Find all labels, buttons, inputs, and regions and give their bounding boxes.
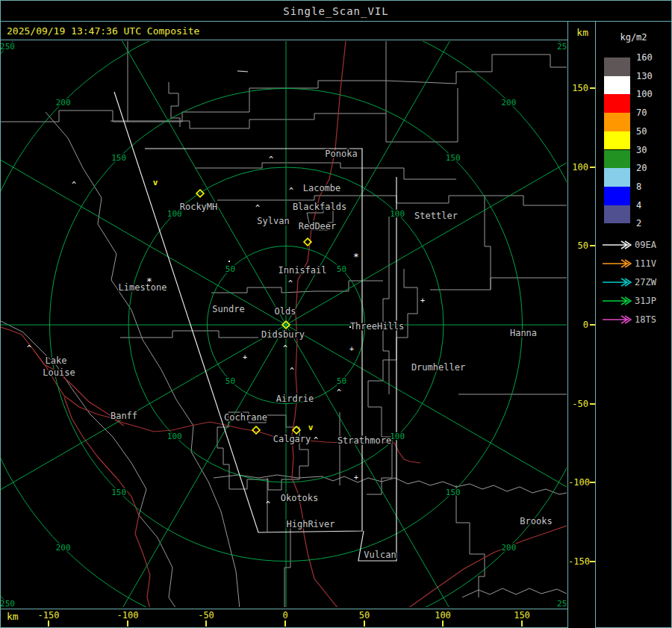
city-label: RedDeer [299,221,337,231]
color-scale-value: 70 [636,108,669,118]
city-label: Sylvan [257,216,289,226]
y-tick-mark [590,482,595,483]
color-scale-block [604,57,630,76]
radar-legend-row: 31JP [602,296,671,306]
color-scale-value: 100 [636,89,669,99]
y-tick-label: -50 [568,399,588,409]
x-tick-label: -100 [113,610,143,621]
map-panel: 2025/09/19 13:47:36 UTC Composite 505050… [0,21,568,628]
color-scale-block [604,113,630,131]
caret-marker-icon: ^ [72,181,76,189]
plus-marker-icon: + [354,473,358,482]
color-scale-value: 50 [636,126,669,137]
radar-id-label: 09EA [635,240,656,250]
y-axis: km 150100500-50-100-150 [568,21,595,628]
color-scale-block [604,187,630,205]
dot-marker-icon [228,261,230,262]
caret-marker-icon: ^ [290,367,294,375]
x-tick-label: 0 [270,610,300,621]
title-bar: Single_Scan_VIL [0,0,672,22]
caret-marker-icon: ^ [288,279,293,287]
color-scale-value: 2 [636,218,669,228]
city-label: Hanna [510,328,537,338]
x-tick-label: -150 [34,610,63,621]
plus-marker-icon: + [349,345,354,353]
radar-arrow-icon [602,259,632,268]
caret-marker-icon: ^ [27,344,31,352]
range-ring-label: 200 [501,543,516,553]
color-scale-block [604,94,630,113]
city-label: Lacombe [303,183,341,193]
x-tick-mark [284,621,286,627]
range-ring-label: 100 [390,209,405,219]
caret-marker-icon: ^ [255,204,260,212]
color-scale-value: 8 [636,181,669,192]
x-tick-mark [364,621,365,627]
x-axis: km -150-100-50050100150 [1,609,567,627]
range-ring-label: 100 [390,432,405,441]
city-label: Strathmore [337,435,391,446]
x-tick-label: -50 [191,610,221,621]
legend-panel: kg/m2 16013010070503020842 09EA111V27ZW3… [595,21,672,628]
map-canvas[interactable]: 5050505010010010010015015015015020020020… [1,41,567,607]
plus-marker-icon: + [420,296,425,305]
range-ring-label: 200 [56,98,71,108]
city-label: Calgary [273,434,311,444]
y-tick-mark [590,87,595,89]
range-ring-label: 250 [1,42,15,52]
color-scale-block [604,76,630,95]
range-ring-label: 150 [446,153,461,163]
range-ring-label: 100 [167,432,182,441]
x-axis-unit-label: km [7,611,19,622]
legend-unit-label: kg/m2 [596,32,671,43]
city-label: Innisfail [278,265,326,276]
y-tick-label: 0 [568,320,588,330]
radar-id-label: 111V [635,258,656,269]
x-tick-label: 50 [349,610,379,621]
color-scale-value: 160 [636,52,669,63]
radar-id-label: 31JP [635,296,656,306]
caret-marker-icon: ^ [266,500,270,509]
city-label: Vulcan [364,550,396,560]
caret-marker-icon: ^ [283,344,287,352]
city-label: Cochrane [224,412,267,423]
x-tick-label: 150 [507,610,537,621]
radar-legend-row: 18TS [602,314,671,325]
range-ring-label: 250 [557,599,567,607]
city-label: Louise [43,367,75,378]
city-label: ThreeHills [350,321,404,332]
color-scale-block [604,168,630,187]
range-ring-label: 50 [225,376,235,386]
plus-marker-icon: + [243,353,247,361]
y-tick-mark [590,245,595,246]
map-viewport[interactable]: 5050505010010010010015015015015020020020… [1,41,567,607]
x-tick-label: 100 [428,610,458,621]
caret-marker-icon: ^ [289,187,293,195]
city-label: Lake [46,355,67,366]
radar-arrow-icon [602,240,632,249]
city-label: Okotoks [281,493,319,503]
range-ring-label: 150 [111,153,126,163]
asterisk-marker-icon: * [353,251,359,262]
radar-id-label: 27ZW [635,277,656,287]
x-tick-mark [127,621,128,627]
x-tick-mark [48,621,49,627]
city-label: HighRiver [286,519,335,529]
city-label: Limestone [118,282,167,293]
y-tick-mark [590,561,595,562]
y-tick-label: -150 [568,556,588,567]
y-axis-unit-label: km [568,27,588,38]
asterisk-marker-icon: * [146,276,152,287]
page-title: Single_Scan_VIL [283,5,388,17]
y-tick-label: 150 [568,83,588,93]
city-label: Didsbury [261,329,305,340]
y-tick-label: 100 [568,162,588,172]
y-tick-mark [590,167,595,168]
city-label: Airdrie [276,394,314,404]
city-label: Ponoka [325,149,357,159]
range-ring-label: 200 [56,543,71,553]
color-scale-value: 4 [636,200,669,211]
city-label: Stettler [414,211,458,221]
x-tick-mark [442,621,444,627]
city-label: Blackfalds [293,202,346,212]
